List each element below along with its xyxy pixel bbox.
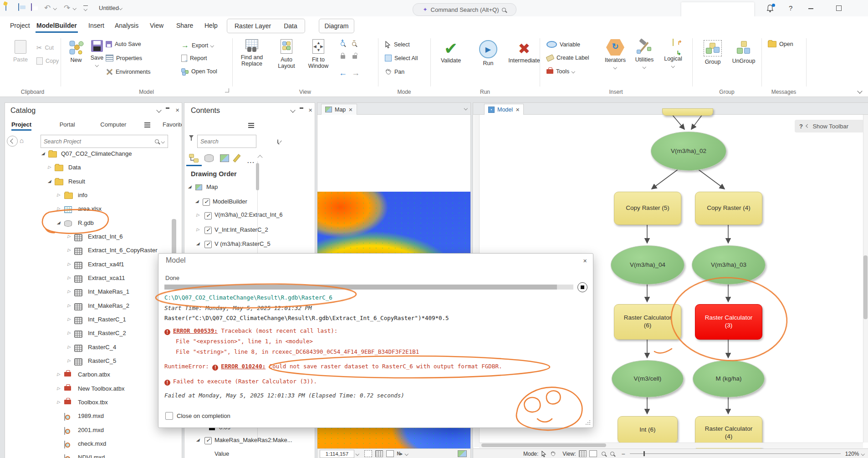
map-tabstrip-chevron-icon[interactable] bbox=[464, 107, 467, 110]
model-vscrollbar-right[interactable] bbox=[863, 255, 868, 319]
layer-checkbox[interactable] bbox=[204, 227, 212, 234]
tab-help[interactable]: Help bbox=[204, 19, 219, 32]
customize-toolbar-chevron-icon[interactable] bbox=[84, 7, 87, 11]
catalog-search-dropdown-icon[interactable] bbox=[161, 140, 164, 143]
close-on-completion-checkbox[interactable] bbox=[165, 412, 173, 420]
tab-view[interactable]: View bbox=[149, 19, 164, 32]
iterators-button[interactable]: ↻ Iterators bbox=[602, 39, 628, 70]
properties-button[interactable]: Properties bbox=[106, 55, 142, 61]
contents-hamburger-icon[interactable] bbox=[248, 123, 254, 124]
model-help-icon[interactable]: ? bbox=[799, 123, 803, 130]
model-node[interactable]: M (kg/ha) bbox=[693, 360, 765, 397]
validate-button[interactable]: ✔ Validate bbox=[436, 40, 465, 64]
model-node[interactable]: V(m3/ha)_03 bbox=[692, 245, 766, 285]
create-label-button[interactable]: Create Label bbox=[546, 55, 589, 61]
catalog-menu-chevron-icon[interactable] bbox=[156, 107, 161, 112]
zoom-out-icon[interactable]: − bbox=[352, 41, 356, 47]
catalog-tab-computer[interactable]: Computer bbox=[100, 121, 126, 128]
north-arrow-icon[interactable]: N▸ bbox=[397, 451, 403, 456]
error-code-link[interactable]: ERROR 010240: bbox=[221, 363, 266, 370]
tree-item[interactable]: RasterC_4 bbox=[5, 341, 182, 354]
tab-raster-layer[interactable]: Raster Layer bbox=[227, 22, 277, 30]
layer-item[interactable]: MakeRas_MakeRas2:Make... bbox=[184, 434, 315, 447]
tree-item[interactable]: Extract_xa4f1 bbox=[5, 259, 182, 271]
model-hscrollbar[interactable] bbox=[481, 443, 606, 447]
fit-to-window-button[interactable]: ▲▼ ◀▶ Fit toWindow bbox=[304, 39, 332, 69]
back-icon[interactable]: ← bbox=[339, 68, 347, 78]
save-project-icon[interactable] bbox=[31, 3, 32, 11]
tree-item[interactable]: Int_RasterC_1 bbox=[5, 314, 182, 326]
paste-button[interactable]: Paste bbox=[10, 40, 31, 63]
project-title[interactable]: Untitled bbox=[99, 5, 119, 11]
map-statusbar-chevron-icon[interactable] bbox=[405, 452, 408, 456]
tab-project[interactable]: Project bbox=[9, 19, 31, 32]
tree-item[interactable]: Data bbox=[5, 162, 182, 174]
tree-item[interactable]: 1989.mxd bbox=[5, 410, 182, 423]
catalog-tab-portal[interactable]: Portal bbox=[60, 121, 75, 128]
tree-item[interactable]: NDVI.mxd bbox=[5, 452, 182, 458]
zoom-slider-track[interactable] bbox=[630, 453, 841, 454]
tab-data[interactable]: Data bbox=[277, 22, 304, 30]
catalog-tab-project[interactable]: Project bbox=[11, 121, 31, 128]
catalog-tab-favorites[interactable]: Favorites bbox=[163, 121, 182, 128]
map-tab-close-icon[interactable] bbox=[348, 107, 352, 113]
catalog-hamburger-icon[interactable] bbox=[144, 122, 150, 123]
tree-item[interactable]: 2001.mxd bbox=[5, 424, 182, 437]
model-node[interactable]: Copy Raster (4) bbox=[695, 192, 762, 225]
tree-item-gdb[interactable]: R.gdb bbox=[5, 217, 182, 230]
tab-analysis[interactable]: Analysis bbox=[114, 19, 139, 32]
utilities-button[interactable]: Utilities bbox=[632, 39, 657, 69]
tree-item[interactable]: Int_RasterC_2 bbox=[5, 327, 182, 340]
tab-modelbuilder[interactable]: ModelBuilder bbox=[36, 19, 78, 32]
open-messages-button[interactable]: Open bbox=[768, 41, 793, 47]
lock-icon[interactable] bbox=[341, 55, 345, 59]
select-all-button[interactable]: Select All bbox=[385, 55, 418, 61]
model-node[interactable]: Raster Calculator (6) bbox=[614, 304, 681, 340]
tree-item[interactable]: Extract_Int_6_CopyRaster bbox=[5, 244, 182, 257]
catalog-scrollbar[interactable] bbox=[172, 219, 176, 255]
dialog-resize-grip[interactable] bbox=[586, 420, 590, 425]
account-box[interactable] bbox=[681, 2, 754, 17]
export-button[interactable]: →Export bbox=[181, 41, 214, 50]
catalog-close-icon[interactable] bbox=[175, 107, 179, 113]
cut-button[interactable]: ✂Cut bbox=[36, 44, 54, 52]
model-node[interactable]: V(m3/cell) bbox=[612, 360, 684, 397]
model-node[interactable]: Int (6) bbox=[618, 416, 678, 443]
pan-button[interactable]: Pan bbox=[385, 68, 404, 75]
model-node[interactable]: Copy Raster (5) bbox=[614, 192, 681, 225]
run-button[interactable]: ▶ Run bbox=[475, 40, 502, 66]
variable-button[interactable]: Variable bbox=[546, 41, 580, 48]
select-mode-icon[interactable] bbox=[541, 451, 546, 457]
more-views-icon[interactable]: ... bbox=[247, 158, 255, 164]
intermediate-button[interactable]: ✖ Intermediate bbox=[505, 40, 544, 64]
tab-diagram[interactable]: Diagram bbox=[325, 22, 349, 30]
tree-item[interactable]: Toolbox.tbx bbox=[5, 397, 182, 409]
model-node[interactable]: V(m3/ha)_02 bbox=[651, 132, 726, 171]
open-tool-button[interactable]: Open Tool bbox=[181, 68, 217, 75]
tree-item[interactable]: Extract_xca11 bbox=[5, 272, 182, 285]
map-scale-chevron-icon[interactable] bbox=[356, 452, 359, 456]
layer-checkbox[interactable] bbox=[204, 241, 212, 248]
select-button[interactable]: Select bbox=[385, 41, 410, 48]
zoom-out-icon[interactable] bbox=[610, 451, 614, 457]
snapping-icon[interactable] bbox=[386, 450, 394, 457]
tree-item[interactable]: info bbox=[5, 189, 182, 202]
command-search[interactable]: ✦ Command Search (Alt+Q) bbox=[413, 3, 516, 16]
contents-filter-icon[interactable] bbox=[189, 135, 194, 145]
undo-icon[interactable]: ↶ bbox=[44, 3, 51, 13]
layer-item[interactable]: V (m3/ha):RasterC_5 bbox=[184, 238, 315, 251]
home-icon[interactable]: ⌂ bbox=[20, 137, 24, 144]
map-tab[interactable]: Map bbox=[321, 104, 357, 115]
save-model-button[interactable]: Save bbox=[87, 40, 107, 67]
auto-save-button[interactable]: Auto Save bbox=[106, 41, 141, 47]
show-toolbar-button[interactable]: ? Show Toolbar bbox=[795, 120, 864, 132]
list-by-selection-icon[interactable] bbox=[220, 154, 229, 162]
map-scale-dropdown[interactable]: 1:114,157 bbox=[320, 450, 354, 458]
tree-item[interactable]: Carbon.atbx bbox=[5, 369, 182, 382]
new-model-button[interactable]: New bbox=[66, 39, 86, 63]
output-path-link[interactable]: C:\D\Q07_CO2_ClimateChange\Result\R.gdb\… bbox=[164, 294, 332, 301]
open-project-icon[interactable] bbox=[18, 3, 19, 11]
model-node-partial[interactable] bbox=[662, 108, 713, 116]
pan-mode-icon[interactable] bbox=[550, 451, 556, 457]
contents-scrollbar[interactable] bbox=[256, 163, 259, 190]
